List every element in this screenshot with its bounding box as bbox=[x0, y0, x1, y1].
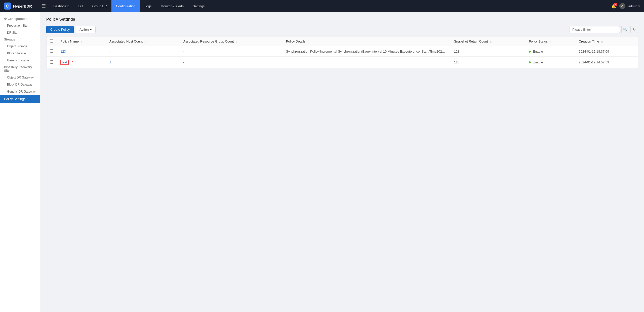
arrow-icon: ↗ bbox=[71, 60, 74, 64]
row2-checkbox[interactable] bbox=[50, 60, 53, 64]
row1-policy-name[interactable]: 123 bbox=[57, 46, 106, 57]
row2-snapshot-retain: 128 bbox=[451, 57, 525, 68]
main-content: Policy Settings Create Policy Action ▾ 🔍… bbox=[40, 12, 644, 312]
table-header-row: Policy Name ⇅ Associated Host Count ⇅ As… bbox=[47, 36, 638, 46]
notifications-button[interactable]: 🔔 1 bbox=[611, 4, 616, 9]
config-icon: ⚙ bbox=[4, 17, 7, 21]
sidebar-storage-header[interactable]: Storage bbox=[0, 36, 40, 43]
nav-configuration[interactable]: Configuration bbox=[111, 0, 140, 12]
sort-snapshot-icon: ⇅ bbox=[490, 40, 492, 43]
notification-badge: 1 bbox=[614, 3, 617, 6]
refresh-button[interactable]: ↻ bbox=[630, 26, 638, 33]
page-title: Policy Settings bbox=[46, 17, 638, 22]
header-resource-group-count[interactable]: Associated Resource Group Count ⇅ bbox=[180, 36, 282, 46]
row2-status: Enable bbox=[525, 57, 575, 68]
action-button[interactable]: Action ▾ bbox=[76, 26, 96, 33]
select-all-checkbox[interactable] bbox=[50, 39, 53, 43]
sidebar-item-policy-settings[interactable]: Policy Settings bbox=[0, 95, 40, 103]
nav-items: Dashboard DR Group DR Configuration Logs… bbox=[49, 0, 611, 12]
nav-settings[interactable]: Settings bbox=[188, 0, 209, 12]
app-logo: ⬡ HyperBDR bbox=[4, 3, 37, 10]
status-dot-row1 bbox=[529, 51, 531, 53]
username: admin bbox=[628, 4, 637, 8]
row1-policy-details: Synchronization Policy-Incremental Synch… bbox=[283, 46, 451, 57]
row2-resource-group-count: - bbox=[180, 57, 282, 68]
row1-host-count: - bbox=[106, 46, 180, 57]
row2-policy-name[interactable]: test ↗ bbox=[57, 57, 106, 68]
sidebar-config-section: ⚙ Configuration Production Site DR Site … bbox=[0, 14, 40, 104]
nav-right: 🔔 1 A admin ▾ bbox=[611, 3, 640, 9]
row1-creation-time: 2024-01-12 18:37:09 bbox=[575, 46, 638, 57]
row2-host-count[interactable]: 1 bbox=[106, 57, 180, 68]
sidebar-configuration-header[interactable]: ⚙ Configuration bbox=[0, 16, 40, 22]
row1-resource-group-count: - bbox=[180, 46, 282, 57]
search-button[interactable]: 🔍 bbox=[621, 26, 629, 33]
nav-group-dr[interactable]: Group DR bbox=[88, 0, 111, 12]
sort-creation-icon: ⇅ bbox=[601, 40, 603, 43]
search-icon: 🔍 bbox=[623, 28, 627, 31]
sort-resource-group-icon: ⇅ bbox=[236, 40, 238, 43]
status-dot-row2 bbox=[529, 61, 531, 63]
header-policy-name[interactable]: Policy Name ⇅ bbox=[57, 36, 106, 46]
avatar-icon[interactable]: A bbox=[619, 3, 625, 9]
top-navigation: ⬡ HyperBDR ☰ Dashboard DR Group DR Confi… bbox=[0, 0, 644, 12]
row2-checkbox-cell bbox=[47, 57, 57, 68]
sort-policy-details-icon: ⇅ bbox=[307, 40, 309, 43]
nav-dr[interactable]: DR bbox=[74, 0, 88, 12]
row1-snapshot-retain: 128 bbox=[451, 46, 525, 57]
header-host-count[interactable]: Associated Host Count ⇅ bbox=[106, 36, 180, 46]
action-label: Action bbox=[79, 28, 89, 31]
row2-creation-time: 2024-01-12 14:57:59 bbox=[575, 57, 638, 68]
sidebar-item-block-dr-gateway[interactable]: Block DR Gateway bbox=[0, 81, 40, 88]
header-creation-time[interactable]: Creation Time ⇅ bbox=[575, 36, 638, 46]
user-dropdown-icon: ▾ bbox=[638, 4, 640, 8]
header-policy-status[interactable]: Policy Status ⇅ bbox=[525, 36, 575, 46]
search-area: 🔍 ↻ bbox=[570, 26, 638, 33]
sidebar-item-production-site[interactable]: Production Site bbox=[0, 22, 40, 29]
app-layout: ⚙ Configuration Production Site DR Site … bbox=[0, 0, 644, 312]
header-checkbox-col bbox=[47, 36, 57, 46]
header-policy-details[interactable]: Policy Details ⇅ bbox=[283, 36, 451, 46]
logo-icon: ⬡ bbox=[4, 3, 11, 10]
user-menu[interactable]: admin ▾ bbox=[628, 4, 640, 8]
row1-checkbox[interactable] bbox=[50, 49, 53, 53]
search-input[interactable] bbox=[570, 26, 620, 33]
policy-table-wrapper: Policy Name ⇅ Associated Host Count ⇅ As… bbox=[46, 36, 638, 68]
sidebar-item-object-dr-gateway[interactable]: Object DR Gateway bbox=[0, 74, 40, 81]
create-policy-button[interactable]: Create Policy bbox=[46, 26, 74, 33]
row1-status: Enable bbox=[525, 46, 575, 57]
nav-logs[interactable]: Logs bbox=[140, 0, 156, 12]
highlighted-policy-name[interactable]: test bbox=[60, 60, 69, 65]
policy-table: Policy Name ⇅ Associated Host Count ⇅ As… bbox=[47, 36, 638, 68]
sidebar-item-dr-site[interactable]: DR Site bbox=[0, 29, 40, 36]
app-name: HyperBDR bbox=[13, 4, 32, 8]
action-dropdown-icon: ▾ bbox=[90, 28, 92, 31]
nav-dashboard[interactable]: Dashboard bbox=[49, 0, 74, 12]
hamburger-icon[interactable]: ☰ bbox=[42, 3, 49, 9]
sort-host-count-icon: ⇅ bbox=[145, 40, 147, 43]
sidebar-config-label: Configuration bbox=[8, 17, 27, 21]
sort-policy-name-icon: ⇅ bbox=[81, 40, 83, 43]
nav-monitor-alerts[interactable]: Monitor & Alerts bbox=[156, 0, 188, 12]
table-row: test ↗ 1 - 128 Enable 2024-01 bbox=[47, 57, 638, 68]
sidebar-item-generic-storage[interactable]: Generic Storage bbox=[0, 57, 40, 64]
sidebar: ⚙ Configuration Production Site DR Site … bbox=[0, 12, 40, 312]
table-row: 123 - - Synchronization Policy-Increment… bbox=[47, 46, 638, 57]
header-snapshot-retain[interactable]: Snapshot Retain Count ⇅ bbox=[451, 36, 525, 46]
sidebar-item-object-storage[interactable]: Object Storage bbox=[0, 43, 40, 50]
refresh-icon: ↻ bbox=[633, 28, 636, 31]
sort-status-icon: ⇅ bbox=[550, 40, 552, 43]
toolbar: Create Policy Action ▾ 🔍 ↻ bbox=[46, 26, 638, 33]
sidebar-dr-site-header[interactable]: Disastery Recovery Site bbox=[0, 64, 40, 74]
row1-checkbox-cell bbox=[47, 46, 57, 57]
sidebar-item-block-storage[interactable]: Block Storage bbox=[0, 50, 40, 57]
sidebar-item-generic-dr-gateway[interactable]: Generic DR Gateway bbox=[0, 88, 40, 95]
row2-policy-details bbox=[283, 57, 451, 68]
